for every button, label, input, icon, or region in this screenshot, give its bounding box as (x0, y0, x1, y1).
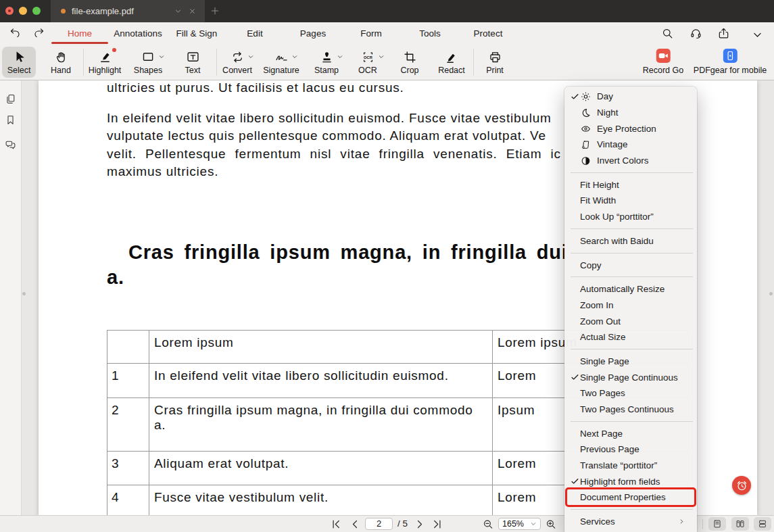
convert-icon (231, 50, 245, 64)
support-icon[interactable] (690, 27, 702, 40)
menu-item-vintage[interactable]: Vintage (564, 137, 697, 153)
menu-tab-fill-sign[interactable]: Fill & Sign (176, 22, 218, 45)
tab-dropdown-icon[interactable] (174, 7, 182, 15)
zoom-in-button[interactable] (546, 518, 557, 530)
menu-item-copy[interactable]: Copy (564, 257, 697, 273)
zoom-window-button[interactable] (32, 7, 41, 15)
stamp-button[interactable]: Stamp (305, 47, 348, 78)
search-icon[interactable] (661, 27, 674, 40)
menu-item-look-up-porttitor[interactable]: Look Up “porttitor” (564, 209, 697, 225)
menu-item-night[interactable]: Night (564, 105, 697, 121)
menu-tab-edit[interactable]: Edit (247, 22, 262, 45)
previous-page-button[interactable] (349, 518, 361, 530)
table-cell: Aliquam erat volutpat. (149, 452, 493, 485)
signature-button[interactable]: Signature (260, 47, 303, 78)
right-scroll-handle[interactable] (769, 292, 773, 295)
text-button[interactable]: Text (171, 47, 214, 78)
bookmark-icon[interactable] (5, 114, 16, 126)
check-slot (570, 429, 580, 438)
comments-icon[interactable] (5, 139, 16, 151)
single-page-view-button[interactable] (708, 517, 726, 531)
menu-item-label: Two Pages (580, 388, 625, 398)
menu-item-actual-size[interactable]: Actual Size (564, 329, 697, 345)
print-button[interactable]: Print (473, 47, 516, 78)
menu-bar: HomeAnnotationsFill & SignEditPagesFormT… (0, 22, 774, 45)
menu-item-highlight-form-fields[interactable]: Highlight form fields (564, 473, 697, 489)
menu-separator (564, 417, 697, 425)
zoom-level-select[interactable]: 165% (498, 518, 541, 530)
menu-item-search-with-baidu[interactable]: Search with Baidu (564, 233, 697, 249)
undo-icon[interactable] (9, 27, 21, 39)
menu-tab-form[interactable]: Form (360, 22, 382, 45)
two-page-view-button[interactable] (731, 517, 749, 531)
table-cell: 2 (107, 398, 149, 452)
highlight-button[interactable]: Highlight (83, 47, 126, 78)
pdfgear-mobile-button[interactable]: PDFgear for mobile (694, 49, 767, 75)
convert-button[interactable]: Convert (216, 47, 259, 78)
menu-item-two-pages-continuous[interactable]: Two Pages Continuous (564, 402, 697, 418)
close-window-button[interactable] (5, 7, 14, 15)
chevron-down-icon[interactable] (752, 28, 763, 41)
left-scroll-handle[interactable] (22, 292, 26, 295)
menu-item-eye-protection[interactable]: Eye Protection (564, 120, 697, 137)
single-page-view-icon (712, 519, 722, 529)
submenu-arrow-icon (679, 518, 685, 525)
menu-item-invert-colors[interactable]: Invert Colors (564, 153, 697, 169)
record-go-button[interactable]: Record Go (643, 49, 683, 75)
new-tab-button[interactable] (210, 5, 220, 16)
menu-separator (564, 506, 697, 514)
hand-button[interactable]: Hand (39, 47, 82, 78)
table-cell: 3 (107, 452, 149, 485)
menu-separator (564, 249, 697, 257)
menu-item-label: Actual Size (580, 332, 626, 342)
redact-button[interactable]: Redact (430, 47, 473, 78)
table-cell: 1 (107, 364, 149, 398)
first-page-button[interactable] (331, 518, 342, 530)
scroll-view-button[interactable] (754, 517, 771, 531)
menu-item-services[interactable]: Services (564, 514, 697, 530)
menu-item-previous-page[interactable]: Previous Page (564, 441, 697, 458)
menu-item-label: Eye Protection (597, 124, 656, 134)
menu-item-fit-width[interactable]: Fit Width (564, 193, 697, 209)
shapes-button[interactable]: Shapes (126, 47, 170, 78)
menu-tab-pages[interactable]: Pages (300, 22, 326, 45)
redact-icon (445, 50, 459, 64)
share-icon[interactable] (717, 27, 730, 40)
menu-item-zoom-in[interactable]: Zoom In (564, 297, 697, 314)
menu-item-document-properties[interactable]: Document Properties (564, 489, 697, 506)
pdf-text-line: maximus ultricies. (107, 163, 561, 180)
menu-tab-annotations[interactable]: Annotations (114, 22, 162, 45)
zoom-out-button[interactable] (483, 518, 494, 530)
ocr-button[interactable]: OCROCR (346, 47, 389, 78)
menu-item-zoom-out[interactable]: Zoom Out (564, 313, 697, 329)
active-tab-underline (51, 42, 108, 44)
last-page-button[interactable] (432, 518, 443, 530)
menu-item-fit-height[interactable]: Fit Height (564, 176, 697, 193)
menu-item-automatically-resize[interactable]: Automatically Resize (564, 281, 697, 297)
menu-item-translate-porttitor[interactable]: Translate “porttitor” (564, 458, 697, 474)
check-slot (570, 236, 580, 245)
menu-item-label: Next Page (580, 429, 623, 439)
menu-item-day[interactable]: Day (564, 89, 697, 105)
moon-icon (580, 107, 591, 118)
sun-icon (580, 91, 591, 102)
document-tab[interactable]: file-example.pdf (51, 0, 205, 22)
tab-close-icon[interactable] (189, 7, 196, 15)
minimize-window-button[interactable] (19, 7, 27, 15)
menu-tab-protect[interactable]: Protect (474, 22, 503, 45)
menu-item-label: Search with Baidu (580, 236, 654, 246)
page-thumbnails-icon[interactable] (5, 93, 16, 105)
menu-item-single-page-continuous[interactable]: Single Page Continuous (564, 369, 697, 385)
next-page-button[interactable] (414, 518, 426, 530)
menu-item-single-page[interactable]: Single Page (564, 354, 697, 370)
menu-item-next-page[interactable]: Next Page (564, 425, 697, 441)
menu-tab-tools[interactable]: Tools (419, 22, 441, 45)
page-number-input[interactable] (365, 518, 393, 530)
redo-icon[interactable] (33, 27, 45, 39)
toolbar: Record Go PDFgear for mobile SelectHandH… (0, 45, 774, 80)
crop-button[interactable]: Crop (388, 47, 431, 78)
timer-widget-button[interactable] (732, 476, 751, 495)
highlighter-icon (98, 50, 112, 64)
menu-item-two-pages[interactable]: Two Pages (564, 385, 697, 402)
select-button[interactable]: Select (2, 47, 36, 78)
